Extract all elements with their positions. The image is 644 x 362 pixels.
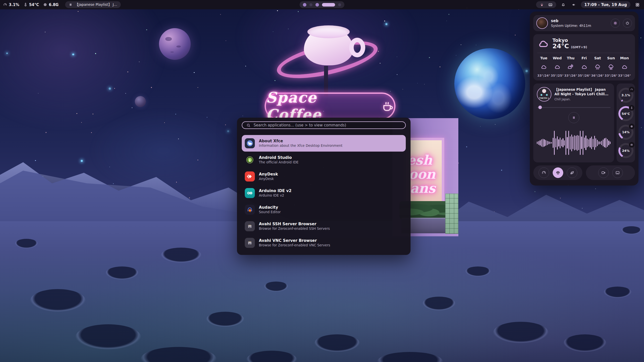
pause-icon [572,116,576,120]
workspace-dot-4[interactable] [322,3,335,7]
wallpaper-icon[interactable] [548,3,553,7]
screen-quick-button[interactable] [612,167,623,178]
user-meta: seb System Uptime: 4h11m [551,19,591,28]
app-description: Browse for Zeroconf-enabled SSH Servers [259,227,330,231]
app-list-item[interactable]: About Xfce Information about the Xfce De… [242,135,406,152]
pet-icon[interactable] [540,3,544,7]
avatar [536,17,548,29]
speedometer-icon [541,170,546,175]
top-bar-right: 17:09 - Tue, 19 Aug [536,1,641,8]
forecast-day-label: Wed [553,56,562,60]
scales-quick-button[interactable] [553,167,563,178]
media-title: 【Japanese Playlist】 J... [75,3,117,7]
forecast-day-wed: Wed35°/25° [551,56,564,78]
cloud-icon [554,64,561,70]
window-neon-text: esh [407,154,432,166]
forecast-temps: 33°/26° [605,74,617,77]
leaf-quick-button[interactable] [567,167,577,178]
audacity-app-icon [245,205,255,215]
app-name: Avahi SSH Server Browser [259,222,330,227]
forecast-day-sun: Sun33°/26° [605,56,617,78]
app-description: AnyDesk [259,177,278,181]
forecast-day-label: Mon [620,56,629,60]
settings-button[interactable] [611,19,620,28]
disk-icon [629,142,634,148]
overview-button[interactable] [634,1,641,8]
screen-icon [615,170,620,175]
dashboard-icon [635,3,640,7]
bell-icon [561,3,566,7]
gear-icon [613,21,618,25]
app-description: Arduino IDE v2 [259,193,292,198]
app-list-item[interactable]: Audacity Sound Editor [242,201,406,218]
quick-actions-right [586,165,635,180]
workspace-dot-3[interactable] [315,3,319,7]
camera-icon [601,170,606,175]
floating-coffee-cup [304,28,353,65]
track-title: 【Japanese Playlist】 Japan All Night - To… [554,87,611,96]
seek-knob[interactable] [538,106,542,109]
gauge-chip: 14% [618,125,633,140]
forecast-day-fri: Fri35°/26° [578,56,590,78]
weather-city: Tokyo [552,38,587,43]
forecast-temps: 36°/26° [591,74,604,77]
thermometer-icon [629,105,634,111]
speedometer-icon [629,87,634,92]
avahi-app-icon [245,238,255,248]
memory-stat: 6.8G [43,3,59,7]
android-studio-app-icon [245,155,255,165]
app-description: Browse for Zeroconf-enabled VNC Servers [259,243,330,248]
volume-button[interactable] [570,1,577,8]
app-list-item[interactable]: Android Studio The official Android IDE [242,152,406,168]
app-description: The official Android IDE [259,160,299,165]
weather-timezone: (GMT+9) [571,46,587,49]
gauge-disk: 24% [618,143,633,158]
media-now-playing-pill[interactable]: 【Japanese Playlist】 J... [65,1,121,8]
app-list-item[interactable]: Avahi VNC Server Browser Browse for Zero… [242,235,406,251]
rain-icon [594,64,601,70]
cup-handle [349,38,365,57]
cloud-icon [540,64,547,70]
play-pause-button[interactable] [568,112,579,123]
temperature-value: 54°C [29,3,39,7]
forecast-day-mon: Mon33°/26° [618,56,631,78]
camera-quick-button[interactable] [598,167,609,178]
anydesk-app-icon [245,171,255,182]
search-input[interactable] [253,123,401,128]
window-neon-text: ans [410,182,435,195]
storm-icon [608,64,614,70]
app-list-item[interactable]: Arduino IDE v2 Arduino IDE v2 [242,185,406,201]
speedometer-quick-button[interactable] [539,167,549,178]
app-name: About Xfce [259,139,342,144]
app-name: Avahi VNC Server Browser [259,238,330,243]
seek-track [537,107,611,108]
forecast-day-sat: Sat36°/26° [591,56,604,78]
power-icon [625,21,630,25]
power-button[interactable] [623,19,632,28]
gauge-speedometer: 3.1% [618,88,633,103]
workspace-dot-5[interactable] [338,3,341,6]
seek-slider[interactable] [537,106,611,109]
forecast-day-label: Sun [607,56,615,60]
gauge-thermometer: 54°C [618,106,633,121]
weather-card: Tokyo 24°C (GMT+9) Tue33°/24°Wed35°/25°T… [533,34,635,80]
purple-planet [159,28,191,60]
workspace-dot-2[interactable] [309,3,312,6]
app-name: AnyDesk [259,172,278,177]
forecast-day-tue: Tue33°/24° [537,56,550,78]
memory-value: 6.8G [49,3,59,7]
avahi-app-icon [245,221,255,231]
speedometer-icon [3,3,7,7]
app-list-item[interactable]: Avahi SSH Server Browser Browse for Zero… [242,218,406,235]
scales-icon [555,170,560,175]
chip-icon [629,124,634,129]
workspace-dot-1[interactable] [303,3,306,7]
notifications-button[interactable] [560,1,567,8]
app-name: Android Studio [259,155,299,160]
clock[interactable]: 17:09 - Tue, 19 Aug [581,1,630,8]
app-list-item[interactable]: AnyDesk AnyDesk [242,168,406,185]
partly-sunny-icon [567,64,574,70]
app-list: About Xfce Information about the Xfce De… [242,135,406,251]
workspace-switcher [300,1,344,8]
app-name: Arduino IDE v2 [259,189,292,193]
